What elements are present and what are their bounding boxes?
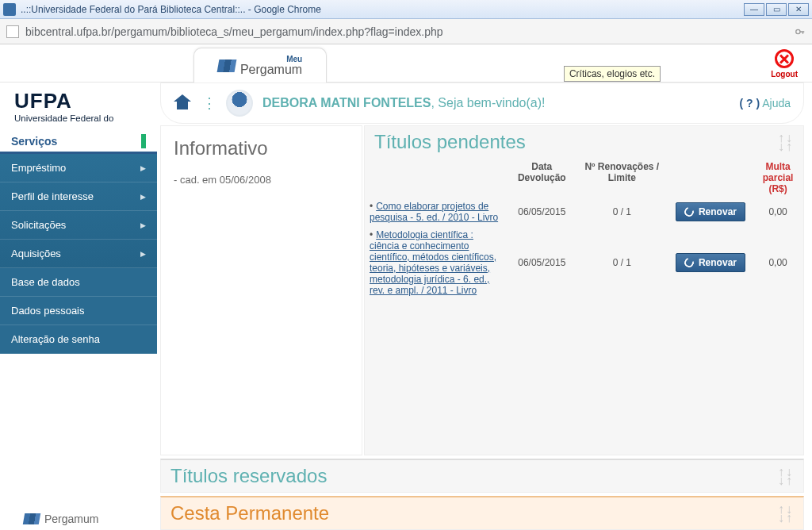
user-name: DEBORA MATNI FONTELES: [262, 96, 431, 109]
col-title: [365, 158, 508, 198]
maximize-button[interactable]: ▭: [766, 3, 787, 16]
sort-arrows-icon[interactable]: ↑↓↓↑: [778, 133, 794, 151]
sidebar-item-label: Aquisições: [11, 248, 61, 259]
books-icon: [23, 513, 40, 524]
minimize-button[interactable]: —: [744, 3, 764, 16]
sort-arrows-icon[interactable]: ↑↓↓↑: [778, 467, 794, 485]
window-titlebar: ..::Universidade Federal do Pará Bibliot…: [0, 0, 812, 19]
table-row: •Como elaborar projetos de pesquisa - 5.…: [365, 198, 803, 226]
vertical-dots-icon: ⋮: [202, 94, 215, 112]
sidebar-item-alteracao-senha[interactable]: Alteração de senha: [0, 325, 157, 354]
table-row: •Metodologia científica : ciência e conh…: [365, 226, 803, 299]
logout-label: Logout: [771, 70, 798, 79]
cell-renew: 0 / 1: [576, 226, 668, 299]
item-link[interactable]: Metodologia científica : ciência e conhe…: [370, 229, 496, 296]
welcome-text: DEBORA MATNI FONTELES, Seja bem-vindo(a)…: [262, 96, 546, 110]
sidebar-item-label: Empréstimo: [11, 162, 66, 174]
chevron-right-icon: ▶: [140, 193, 146, 201]
close-window-button[interactable]: ✕: [788, 3, 809, 16]
basket-title: Cesta Permanente: [170, 502, 778, 524]
sidebar-item-base-dados[interactable]: Base de dados: [0, 268, 157, 297]
col-due: Data Devolução: [508, 158, 576, 198]
help-q: ( ? ): [739, 97, 760, 109]
sidebar-accent-bar: [141, 134, 146, 148]
panels: Informativo - cad. em 05/06/2008 Títulos…: [160, 125, 804, 455]
col-renew: Nº Renovações / Limite: [576, 158, 668, 198]
logout-button[interactable]: Logout: [771, 49, 798, 79]
top-band: Meu Pergamum Logout: [0, 44, 812, 83]
pending-header[interactable]: Títulos pendentes ↑↓↓↑: [365, 126, 803, 158]
cell-fine: 0,00: [753, 226, 803, 299]
sidebar-item-label: Alteração de senha: [11, 333, 100, 345]
books-icon: [216, 60, 236, 72]
avatar[interactable]: [226, 90, 253, 117]
sort-arrows-icon[interactable]: ↑↓↓↑: [778, 505, 794, 522]
renew-button[interactable]: Renovar: [676, 253, 745, 272]
chevron-right-icon: ▶: [140, 221, 146, 229]
ufpa-abbrev: UFPA: [14, 89, 147, 113]
sidebar-item-solicitacoes[interactable]: Solicitações ▶: [0, 211, 157, 240]
sidebar-item-label: Perfil de interesse: [11, 190, 94, 202]
footer-logo-text: Pergamum: [44, 513, 98, 525]
info-title: Informativo: [174, 137, 349, 159]
home-icon[interactable]: [174, 96, 191, 110]
welcome-suffix: , Seja bem-vindo(a)!: [431, 96, 545, 109]
sidebar-menu: Empréstimo ▶ Perfil de interesse ▶ Solic…: [0, 154, 157, 354]
app-icon: [3, 3, 16, 16]
sidebar-header: Serviços: [0, 129, 157, 154]
renew-label: Renovar: [699, 206, 737, 217]
header-row: Críticas, elogios etc. ⋮ DEBORA MATNI FO…: [160, 83, 804, 124]
address-bar: bibcentral.ufpa.br/pergamum/biblioteca_s…: [0, 19, 812, 44]
brand-name: Pergamum: [240, 63, 302, 76]
pending-table: Data Devolução Nº Renovações / Limite Mu…: [365, 158, 803, 299]
renew-label: Renovar: [699, 257, 737, 268]
cell-fine: 0,00: [753, 198, 803, 226]
help-link[interactable]: ( ? ) Ajuda: [739, 97, 791, 109]
cell-renew: 0 / 1: [576, 198, 668, 226]
chevron-right-icon: ▶: [140, 164, 146, 172]
pending-title: Títulos pendentes: [374, 131, 778, 153]
reserved-section[interactable]: Títulos reservados ↑↓↓↑: [160, 459, 804, 493]
sidebar-header-text: Serviços: [11, 135, 57, 148]
ufpa-logo: UFPA Universidade Federal do: [0, 89, 157, 129]
sidebar-item-label: Solicitações: [11, 219, 66, 231]
refresh-icon: [683, 205, 695, 218]
page-body: UFPA Universidade Federal do Serviços Em…: [0, 83, 812, 530]
renew-button[interactable]: Renovar: [676, 202, 745, 221]
sidebar-item-perfil[interactable]: Perfil de interesse ▶: [0, 182, 157, 211]
chevron-right-icon: ▶: [140, 250, 146, 258]
logout-icon: [775, 49, 794, 68]
basket-section[interactable]: Cesta Permanente ↑↓↓↑: [160, 496, 804, 530]
url-text[interactable]: bibcentral.ufpa.br/pergamum/biblioteca_s…: [25, 25, 788, 38]
main-column: Críticas, elogios etc. ⋮ DEBORA MATNI FO…: [157, 83, 812, 530]
svg-point-0: [796, 29, 800, 33]
key-icon[interactable]: [795, 26, 806, 37]
info-panel: Informativo - cad. em 05/06/2008: [160, 125, 362, 455]
pergamum-logo-tab[interactable]: Meu Pergamum: [193, 48, 327, 83]
tooltip: Críticas, elogios etc.: [564, 66, 661, 82]
window-title: ..::Universidade Federal do Pará Bibliot…: [21, 4, 742, 15]
sidebar-item-dados-pessoais[interactable]: Dados pessoais: [0, 297, 157, 325]
ufpa-full: Universidade Federal do: [14, 113, 147, 123]
reserved-title: Títulos reservados: [170, 465, 778, 487]
page-icon: [6, 25, 19, 38]
cell-due: 06/05/2015: [508, 198, 576, 226]
sidebar-item-emprestimo[interactable]: Empréstimo ▶: [0, 154, 157, 182]
cell-due: 06/05/2015: [508, 226, 576, 299]
col-fine: Multa parcial (R$): [753, 158, 803, 198]
sidebar-item-label: Base de dados: [11, 276, 80, 288]
col-action: [668, 158, 753, 198]
refresh-icon: [683, 256, 695, 269]
item-link[interactable]: Como elaborar projetos de pesquisa - 5. …: [370, 201, 498, 223]
sidebar-item-label: Dados pessoais: [11, 305, 85, 317]
pending-panel: Títulos pendentes ↑↓↓↑ Data Devolução Nº…: [364, 125, 804, 455]
info-cad: - cad. em 05/06/2008: [174, 174, 349, 186]
sidebar-item-aquisicoes[interactable]: Aquisições ▶: [0, 240, 157, 268]
footer-logo: Pergamum: [24, 513, 98, 525]
left-column: UFPA Universidade Federal do Serviços Em…: [0, 83, 157, 530]
help-label: Ajuda: [762, 97, 791, 109]
